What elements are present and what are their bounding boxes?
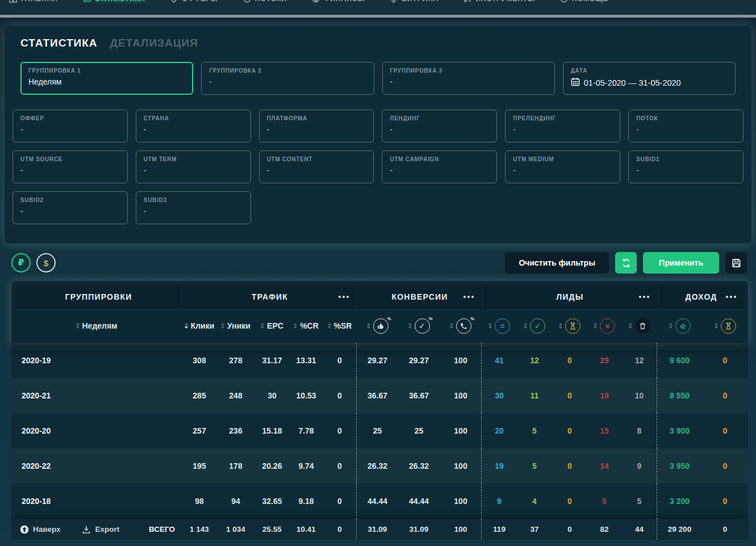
table-row[interactable]: 2020-18 98 94 32.65 9.18 0 44.44 44.44 1… — [11, 484, 748, 519]
leads-new-value: 20 — [482, 413, 517, 448]
back-to-top-button[interactable]: Наверх — [20, 525, 60, 534]
column-group-income: ДОХОД — [658, 285, 744, 309]
filter-select[interactable]: ПОТОК - — [628, 110, 744, 142]
conv-approve-value: 26.32 — [398, 448, 440, 484]
filter-select[interactable]: UTM SOURCE - — [12, 150, 128, 183]
total-conv-call: 100 — [440, 519, 482, 540]
column-header-sr[interactable]: %SR — [323, 321, 357, 330]
grouping-3-select[interactable]: ГРУППИРОВКА 3 - — [382, 62, 555, 95]
column-header-conv-approve[interactable]: ✓ — [398, 318, 440, 334]
row-leads-group: 30 11 0 19 10 — [481, 378, 657, 413]
nav-item-offers[interactable]: ОФФЕРЫ — [170, 0, 218, 3]
filter-select[interactable]: UTM CONTENT - — [259, 150, 374, 183]
column-header-uniques[interactable]: Уники — [217, 321, 254, 330]
filter-select[interactable]: SUBID1 - — [628, 150, 744, 183]
column-header-leads-rejected[interactable]: × — [587, 318, 621, 334]
column-header-weeks[interactable]: Неделям — [11, 321, 182, 330]
sort-toggle[interactable] — [367, 323, 370, 329]
date-range-picker[interactable]: ДАТА 01-05-2020 — 31-05-2020 — [563, 62, 736, 95]
column-header-cr[interactable]: %CR — [290, 321, 323, 330]
filter-select[interactable]: ПЛАТФОРМА - — [259, 110, 374, 142]
filter-select[interactable]: ЛЕНДИНГ - — [382, 110, 497, 142]
filter-select[interactable]: SUBID2 - — [12, 191, 128, 224]
sort-toggle[interactable] — [408, 323, 412, 329]
clear-filters-button[interactable]: Очистить фильтры — [505, 252, 609, 274]
table-row[interactable]: 2020-22 195 178 20.26 9.74 0 26.32 26.32… — [11, 448, 748, 484]
filter-select[interactable]: UTM CAMPAIGN - — [382, 150, 497, 183]
column-header-leads-trash[interactable] — [621, 318, 657, 334]
nav-item-showcase[interactable]: ВИТРИНА — [390, 0, 438, 3]
column-header-epc[interactable]: EPC — [254, 321, 290, 330]
sort-toggle[interactable] — [559, 323, 562, 329]
grouping-2-select[interactable]: ГРУППИРОВКА 2 - — [201, 62, 374, 95]
filter-select[interactable]: ОФФЕР - — [12, 110, 128, 142]
sort-toggle[interactable] — [261, 323, 264, 329]
table-row[interactable]: 2020-19 308 278 31.17 13.31 0 29.27 29.2… — [11, 343, 748, 378]
sort-toggle[interactable] — [629, 323, 632, 329]
sort-toggle[interactable] — [669, 323, 673, 329]
nav-item-home[interactable]: ГЛАВНАЯ — [9, 0, 58, 3]
table-row[interactable]: 2020-21 285 248 30 10.53 0 36.67 36.67 1… — [11, 378, 748, 413]
income-menu-button[interactable] — [726, 296, 736, 298]
column-header-conv-call[interactable] — [440, 318, 482, 334]
nav-label: ОФФЕРЫ — [182, 0, 218, 3]
sort-toggle[interactable] — [450, 323, 453, 329]
footer-leads-group: 119 37 0 82 44 — [481, 519, 657, 540]
total-leads-trash: 44 — [621, 519, 657, 540]
column-label: %SR — [334, 321, 352, 330]
sort-toggle[interactable] — [221, 323, 224, 329]
leads-approved-value: 11 — [517, 378, 552, 413]
nav-item-statistics[interactable]: СТАТИСТИКА — [83, 0, 145, 3]
table-row[interactable]: 2020-20 257 236 15.18 7.78 0 25 25 100 2… — [11, 413, 748, 448]
export-button[interactable]: Export — [82, 525, 119, 534]
grouping-1-select[interactable]: ГРУППИРОВКА 1 Неделям — [20, 62, 193, 95]
sort-toggle[interactable] — [294, 323, 297, 329]
filter-select[interactable]: SUBID3 - — [136, 191, 251, 224]
leads-new-value: 19 — [482, 448, 517, 484]
filter-select[interactable]: UTM TERM - — [136, 150, 251, 183]
row-group-label: 2020-21 — [11, 378, 182, 413]
currency-usd-toggle[interactable]: $ — [36, 253, 56, 272]
currency-rub-toggle[interactable]: ₽ — [11, 253, 31, 272]
refresh-button[interactable] — [615, 252, 637, 274]
sort-toggle[interactable] — [594, 323, 597, 329]
filter-select[interactable]: СТРАНА - — [136, 110, 251, 142]
field-value: - — [144, 207, 243, 216]
column-header-income-confirmed[interactable] — [657, 318, 702, 334]
column-header-leads-approved[interactable]: ✓ — [517, 318, 552, 334]
traffic-menu-button[interactable] — [339, 296, 349, 298]
tab-statistics[interactable]: СТАТИСТИКА — [20, 37, 98, 49]
grid-icon — [9, 0, 17, 3]
save-report-button[interactable] — [725, 252, 747, 274]
tab-details[interactable]: ДЕТАЛИЗАЦИЯ — [110, 37, 198, 49]
nav-item-help[interactable]: ПОМОЩЬ — [560, 0, 608, 3]
uniques-value: 236 — [217, 413, 254, 448]
column-header-leads-pending[interactable] — [552, 318, 587, 334]
filter-select[interactable]: ПРЕЛЕНДИНГ - — [505, 110, 620, 142]
conversions-menu-button[interactable] — [463, 296, 474, 298]
nav-item-finance[interactable]: ФИНАНСЫ — [312, 0, 365, 3]
statistics-table: ГРУППИРОВКИ ТРАФИК КОНВЕРСИИ ЛИДЫ ДОХОД — [11, 281, 748, 540]
column-header-conv-thumb[interactable] — [357, 318, 398, 334]
row-leads-group: 19 5 0 14 9 — [481, 448, 657, 484]
column-header-leads-new[interactable]: = — [482, 318, 517, 334]
apply-button[interactable]: Применить — [643, 252, 719, 274]
sort-toggle[interactable] — [524, 323, 527, 329]
column-header-clicks[interactable]: Клики — [182, 321, 217, 330]
leads-approved-value: 12 — [517, 343, 552, 378]
row-income-group: 3 900 0 — [657, 413, 748, 448]
sort-toggle[interactable] — [488, 323, 492, 329]
filter-select[interactable]: UTM MEDIUM - — [505, 150, 620, 183]
sort-toggle[interactable] — [76, 323, 80, 329]
column-header-income-pending[interactable] — [702, 318, 748, 334]
group-label: ЛИДЫ — [556, 292, 583, 301]
sort-toggle[interactable] — [328, 323, 331, 329]
row-conversions-group: 26.32 26.32 100 — [356, 448, 482, 484]
leads-menu-button[interactable] — [639, 296, 649, 298]
nav-item-tools[interactable]: ИНСТРУМЕНТЫ — [463, 0, 535, 3]
field-value: Неделям — [28, 77, 185, 86]
nav-item-streams[interactable]: ПОТОКИ — [243, 0, 287, 3]
sort-toggle[interactable] — [715, 323, 718, 329]
sort-toggle[interactable] — [185, 323, 188, 329]
total-cr: 10.41 — [290, 519, 323, 540]
